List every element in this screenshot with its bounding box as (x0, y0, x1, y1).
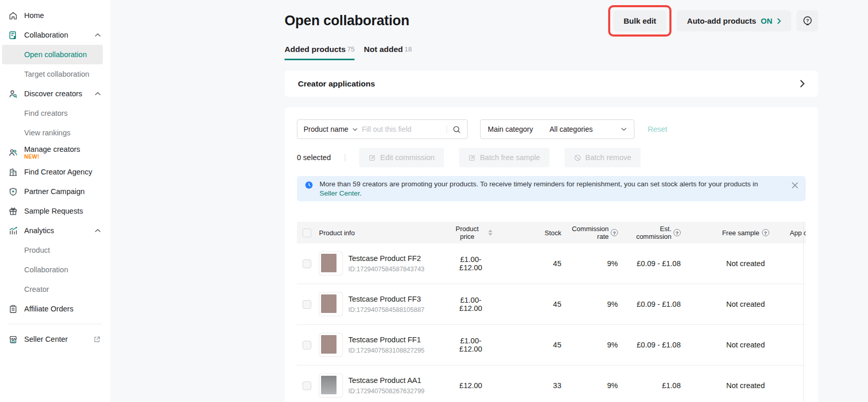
chevron-down-icon[interactable] (352, 128, 358, 131)
sidebar-item-label: Home (24, 11, 44, 20)
chevron-up-icon[interactable] (95, 92, 101, 96)
search-input[interactable] (362, 125, 445, 133)
bulk-edit-button[interactable]: Bulk edit (613, 10, 666, 31)
product-name: Testcase Product FF2 (348, 254, 424, 263)
banner-text: More than 59 creators are promoting your… (320, 180, 762, 198)
analytics-icon (8, 226, 18, 236)
category-value[interactable]: All categories (550, 125, 593, 133)
banner-text-after: . (360, 189, 362, 197)
info-icon[interactable]: ? (611, 229, 618, 236)
stock-value: 45 (521, 341, 569, 349)
sidebar-item-target-collaboration[interactable]: Target collaboration (0, 64, 110, 84)
column-product-price[interactable]: Product price (449, 225, 521, 240)
row-checkbox[interactable] (303, 381, 311, 390)
auto-add-products-button[interactable]: Auto-add products ON (677, 10, 791, 31)
table-row: Testcase Product AA1 ID:1729407508267632… (297, 365, 806, 402)
product-id: ID:1729407584587843743 (348, 266, 424, 273)
column-product-info: Product info (316, 229, 449, 237)
product-id: ID:1729407583108827295 (348, 347, 424, 354)
reset-button[interactable]: Reset (648, 125, 667, 133)
stock-value: 45 (521, 259, 569, 268)
tab-count: 18 (404, 45, 412, 54)
product-id: ID:1729407584588105887 (348, 306, 424, 313)
sort-icon[interactable] (488, 230, 492, 236)
table-row: Testcase Product FF1 ID:1729407583108827… (297, 325, 806, 365)
sidebar: Home Collaboration Open collaboration Ta… (0, 0, 110, 402)
tab-label: Not added (364, 45, 403, 54)
column-label: Est. commission (632, 225, 671, 240)
creator-applications-title: Creator applications (298, 79, 375, 89)
manage-creators-icon (8, 148, 18, 158)
sidebar-item-discover-creators[interactable]: Discover creators (0, 84, 110, 103)
external-link-icon (93, 336, 101, 343)
row-checkbox[interactable] (303, 300, 311, 309)
sidebar-item-analytics[interactable]: Analytics (0, 221, 110, 240)
row-checkbox[interactable] (303, 341, 311, 349)
table-header: Product info Product price Stock Commiss… (297, 222, 806, 243)
product-search-field[interactable]: Product name (297, 119, 468, 139)
info-icon[interactable]: ? (674, 229, 681, 236)
sidebar-item-find-creators[interactable]: Find creators (0, 103, 110, 123)
sidebar-item-label: Analytics (24, 226, 54, 235)
sidebar-item-partner-campaign[interactable]: Partner Campaign (0, 182, 110, 201)
sidebar-item-home[interactable]: Home (0, 6, 110, 25)
column-label: Commission rate (570, 225, 609, 240)
stock-alert-banner: More than 59 creators are promoting your… (297, 176, 806, 201)
batch-divider (345, 154, 345, 162)
clipboard-icon (8, 304, 18, 314)
field-divider (447, 125, 447, 133)
chevron-down-icon[interactable] (621, 127, 627, 131)
tab-label: Added products (285, 45, 346, 54)
sidebar-item-analytics-creator[interactable]: Creator (0, 279, 110, 299)
close-icon[interactable] (791, 182, 799, 189)
edit-icon (468, 154, 476, 162)
tab-not-added[interactable]: Not added 18 (364, 45, 412, 60)
seller-center-link[interactable]: Seller Center (320, 189, 360, 197)
chevron-up-icon[interactable] (95, 33, 101, 37)
stock-value: 33 (521, 381, 569, 390)
chevron-up-icon[interactable] (95, 229, 101, 233)
est-commission-value: £0.09 - £1.08 (626, 259, 704, 268)
column-label: Product price (449, 225, 485, 240)
products-panel: Product name Main category All categorie… (285, 107, 818, 402)
page-title: Open collaboration (285, 13, 409, 29)
sidebar-item-label: Discover creators (24, 90, 82, 98)
commission-rate-value: 9% (569, 259, 626, 268)
sidebar-item-manage-creators[interactable]: Manage creators NEW! (0, 143, 110, 162)
bulk-edit-annotation-highlight: Bulk edit (608, 5, 671, 37)
sidebar-item-seller-center[interactable]: Seller Center (0, 329, 110, 349)
sidebar-item-label: Partner Campaign (24, 187, 85, 196)
tab-added-products[interactable]: Added products 75 (285, 45, 355, 60)
store-icon (8, 335, 18, 344)
sidebar-item-analytics-collaboration[interactable]: Collaboration (0, 260, 110, 279)
info-icon[interactable]: ? (762, 229, 769, 236)
sidebar-item-collaboration[interactable]: Collaboration (0, 25, 110, 45)
sidebar-item-find-creator-agency[interactable]: Find Creator Agency (0, 162, 110, 182)
help-button[interactable]: ? (796, 10, 818, 31)
batch-free-sample-button[interactable]: Batch free sample (459, 148, 550, 167)
batch-button-label: Batch remove (586, 153, 631, 162)
sidebar-item-open-collaboration[interactable]: Open collaboration (2, 45, 103, 64)
pinned-column-divider (803, 221, 804, 402)
select-all-checkbox[interactable] (303, 229, 311, 237)
batch-remove-button[interactable]: Batch remove (564, 148, 641, 167)
main-category-field[interactable]: Main category All categories (480, 119, 634, 139)
filter-bar: Product name Main category All categorie… (297, 119, 806, 139)
commission-rate-value: 9% (569, 341, 626, 349)
sidebar-item-analytics-product[interactable]: Product (0, 240, 110, 260)
sidebar-item-affiliate-orders[interactable]: Affiliate Orders (0, 299, 110, 319)
chevron-right-icon (777, 18, 781, 24)
search-icon[interactable] (452, 125, 461, 134)
est-commission-value: £1.08 (626, 381, 704, 390)
sidebar-item-sample-requests[interactable]: Sample Requests (0, 201, 110, 221)
sidebar-item-view-rankings[interactable]: View rankings (0, 123, 110, 143)
row-checkbox[interactable] (303, 259, 311, 268)
commission-rate-value: 9% (569, 300, 626, 308)
category-label: Main category (488, 125, 533, 133)
edit-commission-button[interactable]: Edit commission (359, 148, 444, 167)
product-price: £1.00-£12.00 (449, 255, 521, 272)
est-commission-value: £0.09 - £1.08 (626, 341, 704, 349)
free-sample-status: Not created (704, 381, 787, 390)
creator-applications-card[interactable]: Creator applications (285, 71, 818, 97)
search-type-label[interactable]: Product name (304, 125, 348, 133)
